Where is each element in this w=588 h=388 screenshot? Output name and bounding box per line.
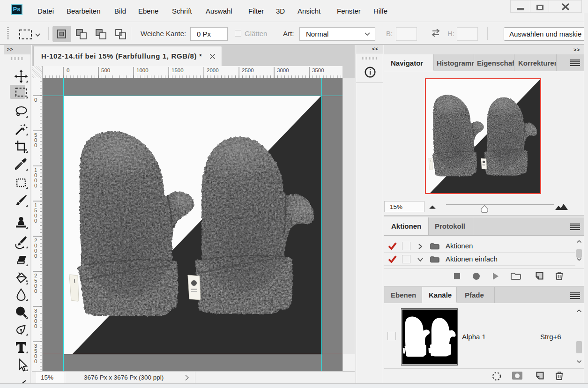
svg-text:2500: 2500 [242, 67, 254, 73]
svg-text:0: 0 [34, 97, 37, 103]
svg-text:500: 500 [101, 67, 110, 73]
svg-text:1000: 1000 [136, 67, 149, 73]
svg-text:0: 0 [34, 253, 37, 259]
svg-text:2000: 2000 [207, 67, 219, 73]
svg-text:0: 0 [34, 183, 37, 188]
svg-text:0: 0 [67, 67, 69, 73]
svg-text:0: 0 [34, 288, 37, 294]
svg-text:3000: 3000 [277, 67, 289, 73]
svg-text:1500: 1500 [171, 67, 184, 73]
svg-text:0: 0 [34, 142, 37, 148]
svg-text:0: 0 [34, 358, 37, 364]
svg-text:0: 0 [34, 323, 37, 329]
svg-text:3500: 3500 [312, 67, 324, 73]
svg-text:0: 0 [34, 218, 37, 224]
